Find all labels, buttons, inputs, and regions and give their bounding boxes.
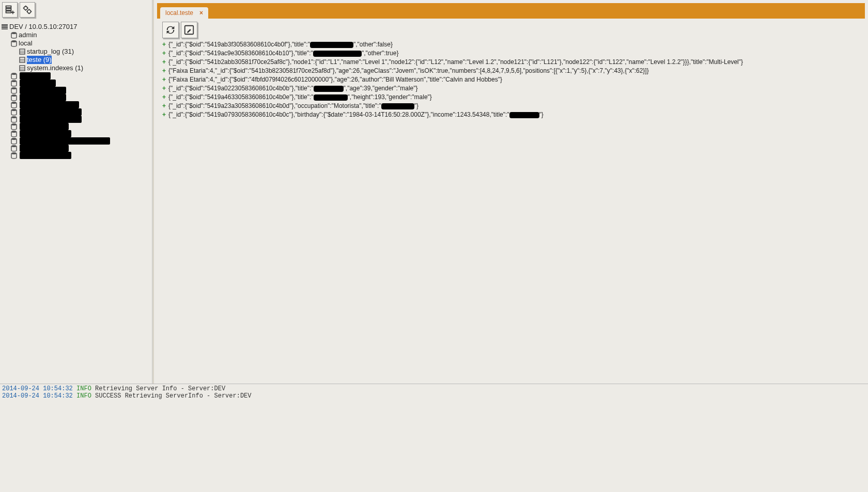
document-text: {"Faixa Etaria":4,"_id":{"$oid":"4fbfd07… [168, 75, 502, 84]
svg-rect-7 [2, 24, 8, 26]
log-timestamp: 2014-09-24 10:54:32 [2, 385, 73, 392]
document-text: {"_id":{"$oid":"5419a07930583608610c4b0c… [168, 110, 509, 119]
tree-database-node[interactable] [1, 137, 152, 145]
document-text: ","other":true} [362, 49, 398, 58]
server-label: DEV / 10.0.5.10:27017 [9, 23, 78, 31]
expand-icon[interactable]: + [162, 58, 168, 67]
redacted-label [20, 80, 56, 87]
tree-collection-node[interactable]: startup_log (31) [1, 47, 152, 56]
document-text: {"_id":{"$oid":"5419ab3f30583608610c4b0f… [168, 40, 310, 49]
svg-point-30 [11, 138, 17, 140]
redacted-value [381, 103, 414, 109]
tree-database-node[interactable] [1, 123, 152, 130]
svg-rect-8 [2, 26, 8, 28]
document-row[interactable]: +{"_id":{"$oid":"5419a07930583608610c4b0… [162, 110, 860, 119]
database-icon [10, 145, 18, 152]
tree-server-node[interactable]: DEV / 10.0.5.10:27017 [1, 23, 152, 31]
server-icon [1, 23, 8, 30]
document-row[interactable]: +{"_id":{"$oid":"5419a23a30583608610c4b0… [162, 102, 860, 110]
tree-database-node[interactable] [1, 87, 152, 94]
svg-point-31 [11, 145, 17, 147]
svg-rect-2 [6, 11, 11, 13]
settings-button[interactable] [20, 2, 35, 18]
expand-icon[interactable]: + [162, 49, 168, 58]
expand-icon[interactable]: + [162, 40, 168, 49]
document-text: ","other":false} [353, 40, 393, 49]
database-icon [10, 87, 18, 94]
document-row[interactable]: +{"_id":{"$oid":"541b2abb30581f70ce25af8… [162, 58, 860, 67]
expand-icon[interactable]: + [162, 93, 168, 102]
svg-point-24 [11, 94, 17, 97]
database-icon [10, 31, 18, 39]
close-icon[interactable]: × [199, 9, 203, 17]
expand-icon[interactable]: + [162, 102, 168, 110]
log-line: 2014-09-24 10:54:32 INFO Retrieving Serv… [2, 385, 866, 392]
edit-button[interactable] [181, 22, 197, 38]
redacted-value [314, 86, 344, 92]
tree-collection-node[interactable]: teste (9) [1, 56, 152, 64]
svg-rect-15 [20, 57, 25, 62]
log-level: INFO [76, 392, 91, 400]
document-row[interactable]: +{"_id":{"$oid":"5419a02230583608610c4b0… [162, 84, 860, 93]
document-row[interactable]: +{"_id":{"$oid":"5419ac9e30583608610c4b1… [162, 49, 860, 58]
tree-database-node[interactable] [1, 72, 152, 80]
sidebar: DEV / 10.0.5.10:27017 admin local startu… [0, 0, 152, 384]
expand-icon[interactable]: + [162, 75, 168, 84]
database-add-icon [5, 5, 15, 15]
sidebar-toolbar [0, 0, 152, 20]
database-icon [10, 137, 18, 145]
log-message: SUCCESS Retrieving ServerInfo - Server:D… [95, 392, 251, 400]
tab-content: +{"_id":{"$oid":"5419ab3f30583608610c4b0… [157, 19, 865, 380]
tree-collection-node[interactable]: system.indexes (1) [1, 64, 152, 72]
tree-database-node[interactable] [1, 116, 152, 123]
refresh-button[interactable] [162, 22, 179, 38]
refresh-icon [165, 24, 176, 36]
tree-database-node[interactable] [1, 145, 152, 152]
add-server-button[interactable] [2, 2, 18, 18]
database-icon [10, 40, 18, 47]
document-text: {"_id":{"$oid":"5419a02230583608610c4b0b… [168, 84, 314, 93]
svg-rect-0 [6, 6, 11, 8]
edit-icon [183, 24, 195, 36]
tree-database-node[interactable] [1, 94, 152, 101]
svg-rect-12 [20, 49, 25, 54]
document-text: {"_id":{"$oid":"5419a46330583608610c4b0e… [168, 93, 314, 102]
log-timestamp: 2014-09-24 10:54:32 [2, 392, 73, 400]
database-icon [10, 130, 18, 137]
collection-icon [19, 56, 26, 64]
tab[interactable]: local.teste × [160, 7, 208, 19]
document-text: {"Faixa Etaria":4,"_id":{"$oid":"541b3b8… [168, 67, 649, 75]
document-row[interactable]: +{"_id":{"$oid":"5419ab3f30583608610c4b0… [162, 40, 860, 49]
database-icon [10, 72, 18, 80]
svg-point-26 [11, 109, 17, 111]
document-text: {"_id":{"$oid":"5419a23a30583608610c4b0d… [168, 102, 381, 110]
svg-point-28 [11, 123, 17, 125]
expand-icon[interactable]: + [162, 110, 168, 119]
redacted-value [314, 94, 348, 101]
redacted-label [20, 72, 51, 80]
document-text: ","height":193,"gender":"male"} [348, 93, 432, 102]
tree-database-node[interactable] [1, 130, 152, 137]
collection-label: system.indexes (1) [27, 64, 83, 72]
tree-database-node[interactable] [1, 152, 152, 159]
document-row[interactable]: +{"Faixa Etaria":4,"_id":{"$oid":"541b3b… [162, 67, 860, 75]
document-text: "} [414, 102, 419, 110]
svg-point-29 [11, 131, 17, 133]
tab-bar: local.teste × [157, 3, 865, 19]
log-panel: 2014-09-24 10:54:32 INFO Retrieving Serv… [0, 384, 868, 492]
svg-point-10 [11, 32, 17, 34]
collection-icon [19, 48, 26, 55]
tree-database-node[interactable] [1, 80, 152, 87]
redacted-label [20, 152, 71, 159]
expand-icon[interactable]: + [162, 84, 168, 93]
tree-database-node[interactable]: local [1, 39, 152, 47]
database-icon [10, 116, 18, 123]
svg-point-6 [27, 10, 31, 13]
log-line: 2014-09-24 10:54:32 INFO SUCCESS Retriev… [2, 392, 866, 400]
document-row[interactable]: +{"_id":{"$oid":"5419a46330583608610c4b0… [162, 93, 860, 102]
tree-database-node[interactable]: admin [1, 31, 152, 39]
tree-database-node[interactable] [1, 101, 152, 108]
expand-icon[interactable]: + [162, 67, 168, 75]
tree-database-node[interactable] [1, 108, 152, 116]
document-row[interactable]: +{"Faixa Etaria":4,"_id":{"$oid":"4fbfd0… [162, 75, 860, 84]
